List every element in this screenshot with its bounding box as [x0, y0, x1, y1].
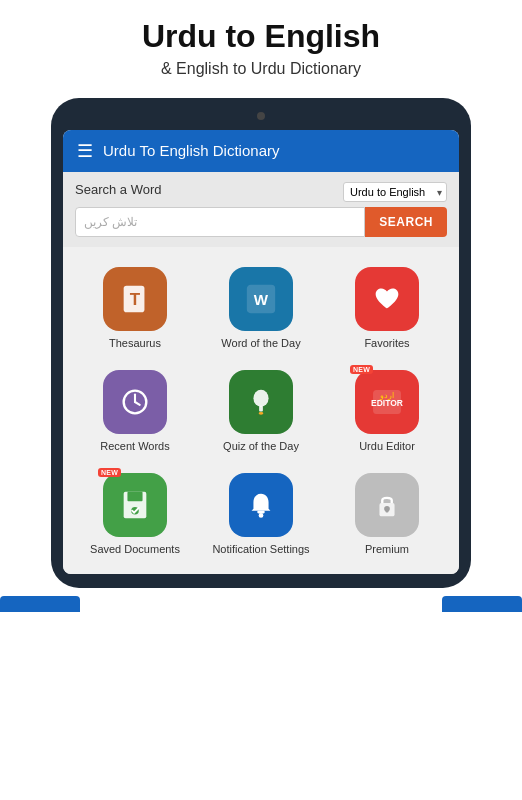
icon-label-urdu-editor: Urdu Editor [359, 440, 415, 453]
hero-title: Urdu to English [30, 18, 492, 55]
grid-item-premium[interactable]: Premium [325, 463, 449, 564]
app-screen: ☰ Urdu To English Dictionary Search a Wo… [63, 130, 459, 575]
search-button[interactable]: SEARCH [365, 207, 447, 237]
search-input-wrapper[interactable]: تلاش کریں [75, 207, 365, 237]
icon-label-saved-docs: Saved Documents [90, 543, 180, 556]
bottom-strip-right [442, 596, 522, 612]
search-placeholder: تلاش کریں [84, 215, 137, 229]
svg-text:T: T [130, 289, 141, 308]
icon-label-favorites: Favorites [364, 337, 409, 350]
icon-label-notifications: Notification Settings [212, 543, 309, 556]
grid-item-thesaurus[interactable]: T Thesaurus [73, 257, 197, 358]
svg-rect-8 [259, 406, 263, 412]
grid-item-notifications[interactable]: Notification Settings [199, 463, 323, 564]
grid-item-saved-docs[interactable]: NEW Saved Documents [73, 463, 197, 564]
svg-line-6 [135, 402, 140, 405]
bottom-strips [0, 596, 522, 612]
icon-circle-favorites [355, 267, 419, 331]
phone-frame: ☰ Urdu To English Dictionary Search a Wo… [51, 98, 471, 589]
icon-circle-word-of-day: W [229, 267, 293, 331]
icon-circle-recent-words [103, 370, 167, 434]
svg-text:W: W [254, 290, 269, 307]
icon-grid: T Thesaurus W Word of the Day Favorites … [63, 247, 459, 575]
icon-label-quiz-day: Quiz of the Day [223, 440, 299, 453]
icon-circle-notifications [229, 473, 293, 537]
grid-item-word-of-day[interactable]: W Word of the Day [199, 257, 323, 358]
search-area: Search a Word Urdu to English تلاش کریں … [63, 172, 459, 247]
bottom-strip-left [0, 596, 80, 612]
search-label: Search a Word [75, 182, 161, 197]
svg-rect-14 [127, 492, 142, 501]
svg-point-9 [259, 412, 264, 415]
svg-point-17 [259, 513, 264, 518]
icon-circle-quiz-day [229, 370, 293, 434]
hero-section: Urdu to English & English to Urdu Dictio… [0, 0, 522, 90]
hamburger-icon[interactable]: ☰ [77, 140, 93, 162]
svg-rect-20 [386, 509, 389, 513]
language-select[interactable]: Urdu to English [343, 182, 447, 202]
grid-item-quiz-day[interactable]: Quiz of the Day [199, 360, 323, 461]
grid-item-recent-words[interactable]: Recent Words [73, 360, 197, 461]
icon-label-thesaurus: Thesaurus [109, 337, 161, 350]
svg-point-7 [253, 390, 268, 407]
icon-label-word-of-day: Word of the Day [221, 337, 300, 350]
new-badge-saved-docs: NEW [98, 468, 121, 477]
new-badge-urdu-editor: NEW [350, 365, 373, 374]
icon-label-recent-words: Recent Words [100, 440, 170, 453]
icon-circle-thesaurus: T [103, 267, 167, 331]
svg-text:اردو: اردو [379, 391, 394, 400]
camera-dot [257, 112, 265, 120]
icon-circle-premium [355, 473, 419, 537]
icon-circle-saved-docs: NEW [103, 473, 167, 537]
grid-item-urdu-editor[interactable]: NEW EDITOR اردو Urdu Editor [325, 360, 449, 461]
topbar-title: Urdu To English Dictionary [103, 142, 279, 159]
icon-circle-urdu-editor: NEW EDITOR اردو [355, 370, 419, 434]
hero-subtitle: & English to Urdu Dictionary [30, 59, 492, 80]
language-selector-wrapper[interactable]: Urdu to English [343, 182, 447, 202]
icon-label-premium: Premium [365, 543, 409, 556]
search-input-row: تلاش کریں SEARCH [75, 207, 447, 237]
app-topbar: ☰ Urdu To English Dictionary [63, 130, 459, 172]
grid-item-favorites[interactable]: Favorites [325, 257, 449, 358]
